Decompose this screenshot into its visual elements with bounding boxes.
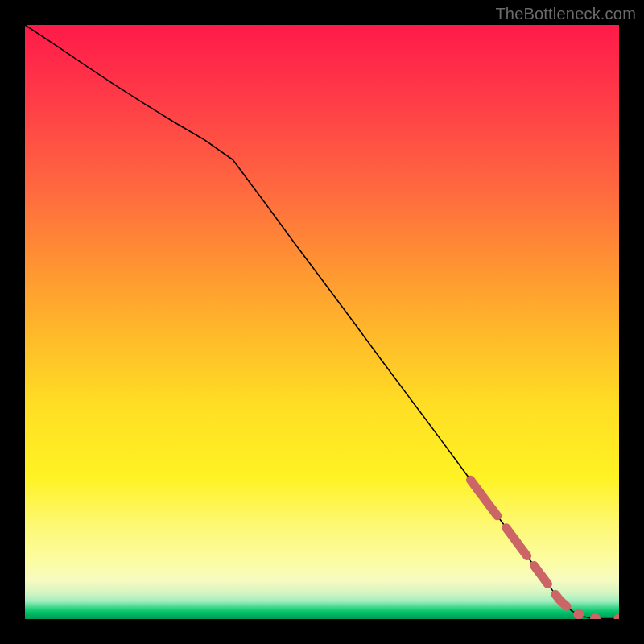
marker-dot-1 [590,613,601,619]
chart-frame: TheBottleneck.com [0,0,644,644]
main-curve [25,25,619,619]
marker-dash-1 [506,528,527,556]
plot-svg [25,25,619,619]
marker-dash-2 [534,566,547,584]
watermark-text: TheBottleneck.com [495,5,636,23]
marker-dot-0 [573,609,584,619]
plot-area [25,25,619,619]
marker-dash-3 [555,594,567,606]
marker-dot-2 [614,613,620,619]
marker-dash-0 [471,480,497,516]
